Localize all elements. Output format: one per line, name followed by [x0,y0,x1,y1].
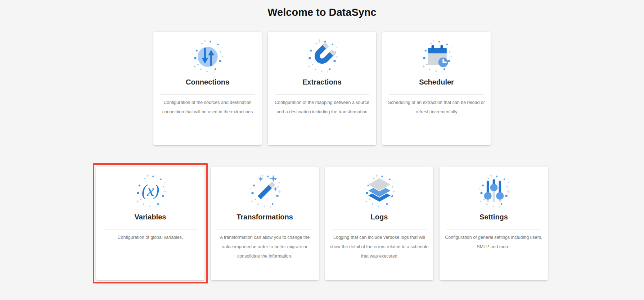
calendar-clock-icon [419,39,454,73]
sync-arrows-icon [190,39,225,73]
card-divider [103,229,198,229]
function-x-icon: (x) [133,174,168,208]
card-extractions[interactable]: Extractions Configuration of the mapping… [268,32,376,145]
card-title: Connections [153,77,262,87]
card-description: Configuration of the mapping between a s… [272,98,372,117]
card-divider [275,94,369,95]
card-connections[interactable]: Connections Configuration of the sources… [153,32,262,145]
page-title: Welcome to DataSync [0,0,644,18]
cards-row-2: (x) Variables Configuration of global va… [0,167,644,280]
card-variables[interactable]: (x) Variables Configuration of global va… [96,167,204,280]
card-settings[interactable]: Settings Configuration of general settin… [440,167,548,280]
card-divider [446,229,541,229]
card-description: Configuration of general settings includ… [443,233,544,251]
card-divider [160,94,255,95]
layers-icon [362,174,397,208]
card-description: Configuration of the sources and destina… [157,98,258,117]
card-transformations[interactable]: Transformations A transformation can all… [211,167,319,280]
card-divider [332,229,427,229]
card-logs[interactable]: Logs Logging that can include verbose lo… [325,167,433,280]
card-title: Logs [325,212,433,222]
card-description: Logging that can include verbose logs th… [329,233,429,261]
card-title: Scheduler [382,77,491,87]
card-title: Variables [96,212,204,222]
card-title: Extractions [268,77,376,87]
card-divider [389,94,484,95]
magnet-icon [305,39,339,73]
card-divider [217,229,312,229]
card-title: Settings [440,212,548,222]
cards-row-1: Connections Configuration of the sources… [0,32,644,145]
welcome-page: Welcome to DataSync Connections Configur… [0,0,644,300]
svg-text:(x): (x) [141,182,159,199]
card-description: Scheduling of an extraction that can be … [386,98,487,117]
card-description: A transformation can allow you to change… [215,233,315,261]
sliders-icon [477,174,511,208]
card-description: Configuration of global variables. [100,233,201,242]
card-title: Transformations [211,212,319,222]
card-scheduler[interactable]: Scheduler Scheduling of an extraction th… [382,32,491,145]
magic-wand-icon [248,174,282,208]
